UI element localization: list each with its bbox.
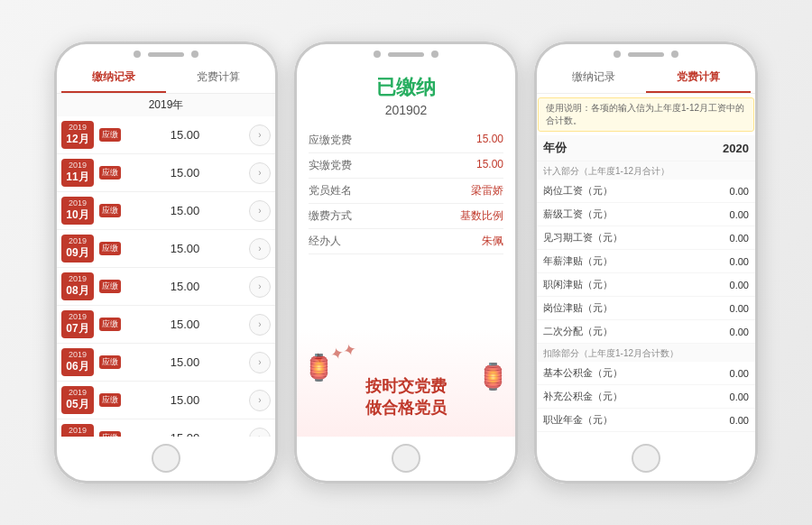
camera-icon-3 (614, 51, 621, 58)
record-item-7[interactable]: 2019 05月 应缴 15.00 › (54, 382, 278, 419)
calc-label2-2: 职业年金（元） (543, 413, 613, 427)
tab-payment-records-1[interactable]: 缴纳记录 (61, 63, 166, 93)
phone-3-tabs: 缴纳记录 党费计算 (534, 63, 758, 94)
phone-1-top (54, 41, 278, 63)
tab-payment-records-3[interactable]: 缴纳记录 (541, 63, 646, 93)
speaker-2 (388, 52, 424, 57)
detail-label-2: 党员姓名 (309, 183, 352, 198)
record-date-box-5: 2019 07月 (61, 310, 94, 338)
phone-2-screen: 已缴纳 201902 应缴党费 15.00 实缴党费 15.00 党员姓名 梁雷… (294, 63, 518, 437)
detail-value-4: 朱佩 (482, 234, 503, 249)
record-detail-icon-8[interactable]: › (249, 428, 271, 438)
detail-row-4: 经办人 朱佩 (309, 229, 503, 254)
record-item-2[interactable]: 2019 10月 应缴 15.00 › (54, 192, 278, 230)
record-item-8[interactable]: 2019 04月 应缴 15.00 › (54, 419, 278, 437)
record-item-1[interactable]: 2019 11月 应缴 15.00 › (54, 154, 278, 192)
calc-field1-3[interactable]: 年薪津贴（元） 0.00 (534, 250, 758, 273)
calc-field2-2[interactable]: 职业年金（元） 0.00 (534, 409, 758, 432)
year-header-1: 2019年 (54, 94, 278, 116)
record-amount-4: 15.00 (125, 280, 245, 293)
slogan-line2: 做合格党员 (365, 397, 447, 419)
record-item-0[interactable]: 2019 12月 应缴 15.00 › (54, 116, 278, 154)
tab-fee-calc-3[interactable]: 党费计算 (646, 63, 751, 93)
record-detail-icon-0[interactable]: › (249, 124, 271, 146)
record-amount-7: 15.00 (125, 393, 245, 407)
calc-value2-1: 0.00 (730, 391, 749, 402)
year-row: 年份 2020 (534, 135, 758, 161)
calc-value1-0: 0.00 (730, 186, 749, 197)
record-detail-icon-4[interactable]: › (249, 276, 271, 298)
detail-label-0: 应缴党费 (309, 133, 352, 148)
detail-row-3: 缴费方式 基数比例 (309, 204, 503, 229)
record-date-box-7: 2019 05月 (61, 386, 94, 414)
calc-field1-2[interactable]: 见习期工资（元） 0.00 (534, 226, 758, 250)
camera-icon-1b (191, 51, 198, 58)
record-item-3[interactable]: 2019 09月 应缴 15.00 › (54, 230, 278, 268)
record-item-6[interactable]: 2019 06月 应缴 15.00 › (54, 344, 278, 382)
record-detail-icon-1[interactable]: › (249, 162, 271, 184)
calc-field1-5[interactable]: 岗位津贴（元） 0.00 (534, 297, 758, 320)
year-value: 2020 (723, 142, 749, 155)
record-detail-icon-2[interactable]: › (249, 200, 271, 222)
detail-row-0: 应缴党费 15.00 (309, 128, 503, 153)
detail-value-0: 15.00 (476, 133, 503, 148)
calc-label1-6: 二次分配（元） (543, 325, 613, 338)
speaker-3 (628, 52, 664, 57)
detail-rows: 应缴党费 15.00 实缴党费 15.00 党员姓名 梁雷娇 缴费方式 基数比例… (294, 121, 518, 262)
detail-row-2: 党员姓名 梁雷娇 (309, 179, 503, 204)
paid-status: 已缴纳 (294, 74, 518, 101)
record-date-box-3: 2019 09月 (61, 235, 94, 262)
record-item-5[interactable]: 2019 07月 应缴 15.00 › (54, 306, 278, 344)
calc-label1-1: 薪级工资（元） (543, 207, 613, 221)
record-date-box-4: 2019 08月 (61, 272, 94, 300)
record-detail-icon-7[interactable]: › (249, 390, 271, 411)
slogan-line1: 按时交党费 (365, 375, 447, 397)
calc-value1-4: 0.00 (730, 280, 749, 290)
home-button-1[interactable] (152, 444, 180, 473)
calc-list: 年份 2020 计入部分（上年度1-12月合计） 岗位工资（元） 0.00 薪级… (534, 135, 758, 437)
calc-value2-2: 0.00 (730, 415, 749, 426)
calc-label1-4: 职闲津贴（元） (543, 278, 613, 291)
calc-field1-1[interactable]: 薪级工资（元） 0.00 (534, 203, 758, 226)
record-date-box-1: 2019 11月 (61, 159, 94, 187)
calc-label1-0: 岗位工资（元） (543, 184, 613, 198)
calc-field2-0[interactable]: 基本公积金（元） 0.00 (534, 362, 758, 385)
camera-icon-3b (671, 51, 678, 58)
calc-field1-6[interactable]: 二次分配（元） 0.00 (534, 320, 758, 344)
record-detail-icon-6[interactable]: › (249, 352, 271, 373)
records-list-1: 2019 12月 应缴 15.00 › 2019 11月 应缴 15.00 › … (54, 116, 278, 437)
detail-value-2: 梁雷娇 (471, 183, 503, 198)
record-date-box-2: 2019 10月 (61, 197, 94, 225)
calc-value1-2: 0.00 (730, 233, 749, 244)
calc-field2-1[interactable]: 补充公积金（元） 0.00 (534, 385, 758, 409)
phone-2-top (294, 41, 518, 63)
camera-icon-1 (134, 51, 141, 58)
section-label-2: 扣除部分（上年度1-12月合计数） (534, 344, 758, 362)
detail-label-1: 实缴党费 (309, 158, 352, 173)
record-badge-7: 应缴 (99, 393, 121, 407)
detail-row-1: 实缴党费 15.00 (309, 153, 503, 179)
detail-value-3: 基数比例 (460, 208, 503, 224)
detail-label-3: 缴费方式 (309, 208, 352, 224)
record-date-box-8: 2019 04月 (61, 424, 94, 437)
record-badge-6: 应缴 (99, 355, 121, 369)
phone-1: 缴纳记录 党费计算 2019年 2019 12月 应缴 15.00 › 2019… (54, 41, 278, 484)
calc-field1-0[interactable]: 岗位工资（元） 0.00 (534, 180, 758, 203)
record-item-4[interactable]: 2019 08月 应缴 15.00 › (54, 268, 278, 306)
calc-field1-4[interactable]: 职闲津贴（元） 0.00 (534, 273, 758, 297)
camera-icon-2 (374, 51, 381, 58)
tab-fee-calc-1[interactable]: 党费计算 (166, 63, 271, 93)
record-detail-icon-5[interactable]: › (249, 314, 271, 336)
calc-label1-5: 岗位津贴（元） (543, 301, 613, 315)
phone-1-bottom (54, 437, 278, 484)
section-label-1: 计入部分（上年度1-12月合计） (534, 161, 758, 180)
record-badge-1: 应缴 (99, 166, 121, 180)
record-detail-icon-3[interactable]: › (249, 238, 271, 260)
record-amount-0: 15.00 (125, 128, 245, 142)
calc-label1-2: 见习期工资（元） (543, 231, 623, 244)
home-button-3[interactable] (632, 444, 660, 473)
speaker-1 (148, 52, 184, 57)
record-amount-5: 15.00 (125, 318, 245, 331)
home-button-2[interactable] (392, 444, 420, 473)
phone-1-tabs: 缴纳记录 党费计算 (54, 63, 278, 94)
